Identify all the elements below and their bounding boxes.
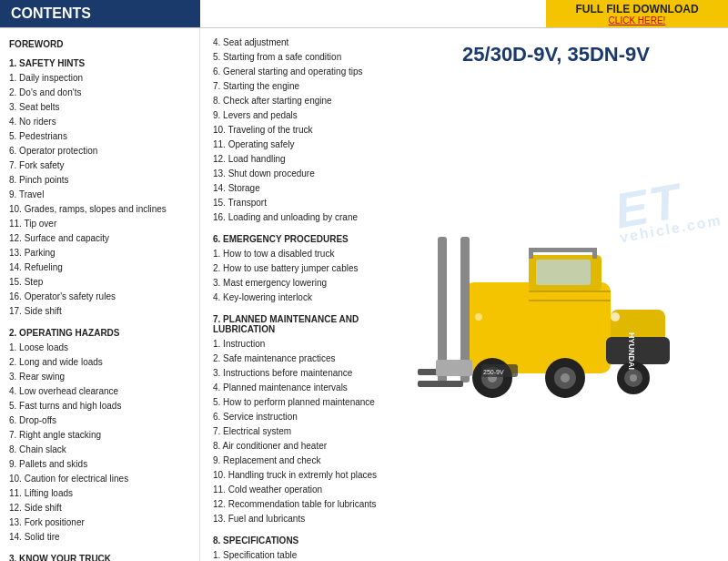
list-item: 7. Starting the engine xyxy=(213,79,388,94)
right-sections: 6. EMERGENCY PROCEDURES1. How to tow a d… xyxy=(213,234,388,561)
list-item: 1. Instruction xyxy=(213,337,388,352)
list-item: 9. Travel xyxy=(9,188,190,202)
svg-rect-7 xyxy=(436,360,472,376)
contents-label: CONTENTS xyxy=(0,0,200,27)
list-item: 8. Air conditioner and heater xyxy=(213,439,388,454)
left-column: FOREWORD 1. SAFETY HINTS1. Daily inspect… xyxy=(0,28,200,561)
forklift-image: HYUNDAI 250-9V xyxy=(410,74,702,561)
header-spacer xyxy=(200,0,546,27)
section-title: 8. SPECIFICATIONS xyxy=(213,536,388,546)
list-item: 9. Levers and pedals xyxy=(213,108,388,123)
list-item: 11. Operating safely xyxy=(213,138,388,152)
list-item: 3. Seat belts xyxy=(9,100,190,115)
right-column: 4. Seat adjustment5. Starting from a saf… xyxy=(200,28,728,561)
list-item: 1. Specification table xyxy=(213,548,388,561)
list-item: 4. Low overhead clearance xyxy=(9,384,190,399)
list-item: 5. Pedestrians xyxy=(9,129,190,144)
download-title: FULL FILE DOWNLOAD xyxy=(575,3,698,15)
list-item: 3. Instructions before maintenance xyxy=(213,366,388,381)
list-item: 6. Drop-offs xyxy=(9,413,190,428)
section-title: 2. OPERATING HAZARDS xyxy=(9,328,190,338)
list-item: 2. Long and wide loads xyxy=(9,355,190,370)
download-sub[interactable]: CLICK HERE! xyxy=(609,15,666,26)
list-item: 17. Side shift xyxy=(9,304,190,319)
svg-text:HYUNDAI: HYUNDAI xyxy=(627,332,636,370)
list-item: 13. Parking xyxy=(9,246,190,260)
list-item: 10. Handling truck in extremly hot place… xyxy=(213,468,388,483)
list-item: 3. Mast emergency lowering xyxy=(213,276,388,291)
list-item: 6. General starting and operating tips xyxy=(213,65,388,79)
download-area[interactable]: FULL FILE DOWNLOAD CLICK HERE! xyxy=(546,0,728,27)
section-title: 7. PLANNED MAINTENANCE AND LUBRICATION xyxy=(213,314,388,334)
list-item: 16. Loading and unloading by crane xyxy=(213,210,388,225)
svg-rect-9 xyxy=(606,337,670,364)
list-item: 2. Safe maintenance practices xyxy=(213,352,388,366)
list-item: 3. Rear swing xyxy=(9,370,190,384)
list-item: 12. Recommendation table for lubricants xyxy=(213,497,388,512)
list-item: 12. Surface and capacity xyxy=(9,231,190,246)
list-item: 13. Fuel and lubricants xyxy=(213,512,388,526)
list-item: 10. Grades, ramps, slopes and inclines xyxy=(9,202,190,217)
list-item: 2. Do's and don'ts xyxy=(9,86,190,100)
section-title: 3. KNOW YOUR TRUCK xyxy=(9,554,190,561)
list-item: 4. Planned maintenance intervals xyxy=(213,381,388,395)
list-item: 12. Load handling xyxy=(213,152,388,167)
list-item: 13. Fork positioner xyxy=(9,515,190,530)
list-item: 8. Check after starting engine xyxy=(213,94,388,108)
list-item: 1. How to tow a disabled truck xyxy=(213,247,388,261)
list-item: 12. Side shift xyxy=(9,501,190,515)
page-header: CONTENTS FULL FILE DOWNLOAD CLICK HERE! xyxy=(0,0,728,27)
main-content: FOREWORD 1. SAFETY HINTS1. Daily inspect… xyxy=(0,27,728,561)
contents-title: CONTENTS xyxy=(11,5,91,22)
continuing-items: 4. Seat adjustment5. Starting from a saf… xyxy=(213,36,388,225)
list-item: 13. Shut down procedure xyxy=(213,167,388,181)
forklift-svg: HYUNDAI 250-9V xyxy=(410,209,702,428)
list-item: 9. Pallets and skids xyxy=(9,457,190,472)
list-item: 7. Right angle stacking xyxy=(9,428,190,443)
list-item: 8. Chain slack xyxy=(9,443,190,457)
list-item: 7. Electrical system xyxy=(213,424,388,439)
list-item: 10. Caution for electrical lines xyxy=(9,472,190,486)
list-item: 5. Starting from a safe condition xyxy=(213,50,388,65)
list-item: 1. Loose loads xyxy=(9,341,190,355)
list-item: 4. No riders xyxy=(9,115,190,129)
list-item: 15. Transport xyxy=(213,196,388,210)
list-item: 11. Cold weather operation xyxy=(213,483,388,497)
model-title: 25/30D-9V, 35DN-9V xyxy=(462,43,650,66)
list-item: 6. Operator protection xyxy=(9,144,190,158)
list-item: 4. Seat adjustment xyxy=(213,36,388,50)
list-item: 7. Fork safety xyxy=(9,158,190,173)
list-item: 5. Fast turns and high loads xyxy=(9,399,190,413)
svg-rect-2 xyxy=(536,260,591,285)
section-title: 6. EMERGENCY PROCEDURES xyxy=(213,234,388,244)
list-item: 16. Operator's safety rules xyxy=(9,290,190,304)
list-item: 4. Key-lowering interlock xyxy=(213,291,388,305)
section-title: 1. SAFETY HINTS xyxy=(9,58,190,68)
right-top: 4. Seat adjustment5. Starting from a saf… xyxy=(213,36,715,561)
svg-rect-6 xyxy=(418,381,463,387)
foreword-label: FOREWORD xyxy=(9,39,190,49)
list-item: 8. Pinch points xyxy=(9,173,190,188)
list-item: 5. How to perform planned maintenance xyxy=(213,395,388,410)
svg-point-28 xyxy=(475,313,482,321)
list-item: 15. Step xyxy=(9,275,190,290)
svg-rect-26 xyxy=(529,248,597,252)
list-item: 14. Refueling xyxy=(9,260,190,275)
list-item: 10. Traveling of the truck xyxy=(213,123,388,138)
svg-point-18 xyxy=(630,374,637,382)
right-list: 4. Seat adjustment5. Starting from a saf… xyxy=(213,36,388,561)
list-item: 14. Storage xyxy=(213,181,388,196)
list-item: 2. How to use battery jumper cables xyxy=(213,261,388,276)
svg-point-27 xyxy=(611,312,620,321)
list-item: 6. Service instruction xyxy=(213,410,388,424)
list-item: 11. Tip over xyxy=(9,217,190,231)
svg-text:250-9V: 250-9V xyxy=(483,369,504,375)
list-item: 9. Replacement and check xyxy=(213,454,388,468)
left-sections: 1. SAFETY HINTS1. Daily inspection2. Do'… xyxy=(9,58,190,561)
list-item: 11. Lifting loads xyxy=(9,486,190,501)
list-item: 14. Solid tire xyxy=(9,530,190,545)
right-right: ET vehicle.com 25/30D-9V, 35DN-9V xyxy=(388,36,715,561)
svg-point-15 xyxy=(561,373,570,382)
list-item: 1. Daily inspection xyxy=(9,71,190,86)
